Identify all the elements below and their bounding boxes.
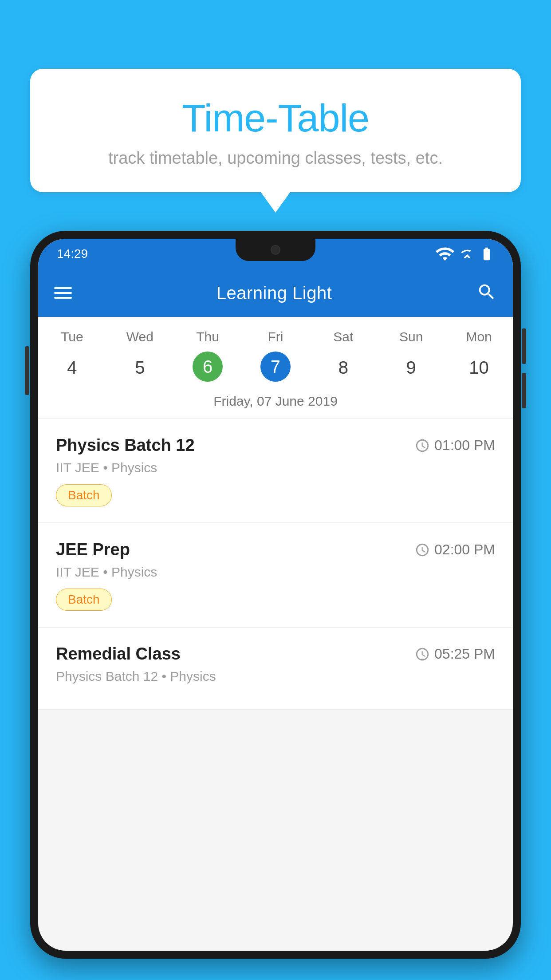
- schedule-item-1-badge: Batch: [56, 484, 112, 506]
- wifi-icon: [435, 244, 455, 264]
- menu-line-3: [54, 297, 72, 299]
- bubble-title: Time-Table: [52, 95, 499, 141]
- day-6-today[interactable]: 6: [193, 352, 223, 382]
- schedule-item-3-subtitle: Physics Batch 12 • Physics: [56, 669, 495, 684]
- status-time: 14:29: [57, 247, 88, 261]
- bubble-subtitle: track timetable, upcoming classes, tests…: [52, 149, 499, 168]
- day-10[interactable]: 10: [445, 352, 513, 384]
- menu-line-1: [54, 287, 72, 289]
- clock-icon-1: [415, 438, 430, 453]
- day-4[interactable]: 4: [38, 352, 106, 384]
- day-9[interactable]: 9: [377, 352, 445, 384]
- phone-outer: 14:29: [30, 231, 521, 959]
- schedule-list: Physics Batch 12 01:00 PM IIT JEE • Phys…: [38, 419, 513, 710]
- schedule-item-3[interactable]: Remedial Class 05:25 PM Physics Batch 12…: [38, 628, 513, 709]
- selected-date-label: Friday, 07 June 2019: [38, 394, 513, 419]
- menu-line-2: [54, 292, 72, 294]
- battery-icon: [479, 246, 494, 261]
- power-button: [25, 346, 29, 395]
- day-name-wed: Wed: [106, 329, 174, 344]
- day-name-thu: Thu: [174, 329, 242, 344]
- schedule-item-2-title: JEE Prep: [56, 540, 130, 559]
- schedule-item-2-time: 02:00 PM: [415, 541, 495, 558]
- day-5[interactable]: 5: [106, 352, 174, 384]
- clock-icon-3: [415, 647, 430, 662]
- speech-bubble: Time-Table track timetable, upcoming cla…: [30, 69, 521, 192]
- status-icons: [435, 244, 494, 264]
- schedule-item-1-title: Physics Batch 12: [56, 436, 195, 455]
- day-name-mon: Mon: [445, 329, 513, 344]
- day-7-selected[interactable]: 7: [260, 352, 291, 382]
- schedule-item-3-time: 05:25 PM: [415, 646, 495, 662]
- volume-down-button: [522, 373, 526, 408]
- phone-mockup: 14:29: [30, 231, 521, 980]
- schedule-item-3-header: Remedial Class 05:25 PM: [56, 644, 495, 664]
- day-name-tue: Tue: [38, 329, 106, 344]
- menu-button[interactable]: [54, 287, 72, 299]
- schedule-item-2-badge: Batch: [56, 589, 112, 611]
- day-name-fri: Fri: [242, 329, 310, 344]
- schedule-item-2-subtitle: IIT JEE • Physics: [56, 565, 495, 580]
- phone-notch: [236, 239, 315, 261]
- day-8[interactable]: 8: [309, 352, 377, 384]
- schedule-item-2-header: JEE Prep 02:00 PM: [56, 540, 495, 559]
- app-toolbar: Learning Light: [38, 269, 513, 317]
- schedule-item-1-header: Physics Batch 12 01:00 PM: [56, 436, 495, 455]
- calendar-header: Tue Wed Thu Fri Sat Sun Mon 4 5 6 7 8 9 …: [38, 317, 513, 419]
- front-camera: [271, 245, 280, 255]
- signal-icon: [460, 247, 474, 261]
- schedule-item-1[interactable]: Physics Batch 12 01:00 PM IIT JEE • Phys…: [38, 419, 513, 522]
- volume-up-button: [522, 328, 526, 364]
- speech-bubble-container: Time-Table track timetable, upcoming cla…: [30, 69, 521, 192]
- day-numbers-row: 4 5 6 7 8 9 10: [38, 352, 513, 384]
- day-names-row: Tue Wed Thu Fri Sat Sun Mon: [38, 329, 513, 344]
- clock-icon-2: [415, 542, 430, 557]
- search-button[interactable]: [476, 282, 497, 304]
- schedule-item-2[interactable]: JEE Prep 02:00 PM IIT JEE • Physics Batc…: [38, 523, 513, 627]
- phone-screen: 14:29: [38, 239, 513, 951]
- schedule-item-3-title: Remedial Class: [56, 644, 181, 664]
- day-name-sat: Sat: [309, 329, 377, 344]
- schedule-item-1-time: 01:00 PM: [415, 437, 495, 454]
- app-title: Learning Light: [85, 283, 463, 303]
- schedule-item-1-subtitle: IIT JEE • Physics: [56, 460, 495, 475]
- day-name-sun: Sun: [377, 329, 445, 344]
- search-icon: [476, 282, 497, 302]
